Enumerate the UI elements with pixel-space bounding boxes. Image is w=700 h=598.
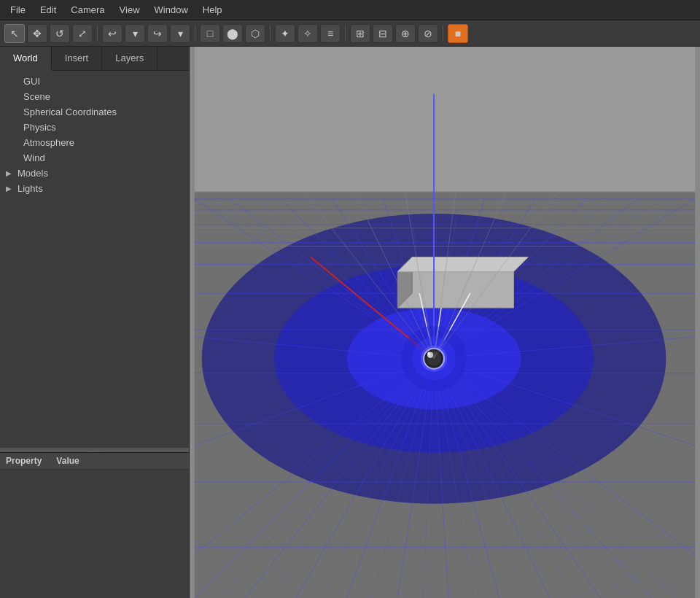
box-btn[interactable]: □ [200, 24, 220, 43]
rotate-tool-btn[interactable]: ↺ [50, 24, 70, 43]
spot-light-btn[interactable]: ≡ [320, 24, 341, 43]
tree-spherical[interactable]: Spherical Coordinates [0, 104, 189, 120]
left-panel: World Insert Layers GUI Scene Spherical … [0, 47, 190, 598]
tree-wind[interactable]: Wind [0, 150, 189, 166]
sep3 [270, 26, 271, 42]
translate-tool-btn[interactable]: ✥ [27, 24, 47, 43]
tree-physics[interactable]: Physics [0, 120, 189, 135]
select-tool-btn[interactable]: ↖ [4, 24, 25, 43]
menubar: File Edit Camera View Window Help [0, 0, 700, 20]
menu-camera[interactable]: Camera [63, 3, 112, 17]
tree-atmosphere[interactable]: Atmosphere [0, 135, 189, 150]
sim-btn[interactable]: ■ [448, 24, 468, 43]
property-col-header: Property [6, 456, 42, 466]
menu-help[interactable]: Help [195, 3, 230, 17]
grid-btn[interactable]: ⊞ [350, 24, 370, 43]
properties-header: Property Value [0, 453, 189, 470]
sphere-btn[interactable]: ⬤ [222, 24, 243, 43]
sep1 [97, 26, 98, 42]
value-col-header: Value [56, 456, 79, 466]
redo-dropdown-btn[interactable]: ▾ [170, 24, 190, 43]
tab-world[interactable]: World [0, 47, 52, 71]
redo-btn[interactable]: ↪ [147, 24, 168, 43]
tree-lights[interactable]: ▶ Lights [0, 181, 189, 196]
tree-panel: GUI Scene Spherical Coordinates Physics … [0, 71, 189, 448]
properties-panel: Property Value [0, 452, 189, 598]
tab-layers[interactable]: Layers [102, 47, 158, 70]
sep5 [443, 26, 443, 42]
sep4 [345, 26, 346, 42]
tab-insert[interactable]: Insert [52, 47, 103, 70]
joints-btn[interactable]: ⊕ [395, 24, 416, 43]
tree-gui[interactable]: GUI [0, 74, 189, 89]
arrow-lights: ▶ [6, 185, 15, 193]
undo-btn[interactable]: ↩ [102, 24, 122, 43]
arrow-models: ▶ [6, 169, 15, 177]
svg-marker-64 [397, 271, 513, 308]
scale-tool-btn[interactable]: ⤢ [72, 24, 93, 43]
menu-file[interactable]: File [3, 3, 33, 17]
tree-scene[interactable]: Scene [0, 89, 189, 104]
undo-dropdown-btn[interactable]: ▾ [125, 24, 145, 43]
cylinder-btn[interactable]: ⬡ [245, 24, 265, 43]
menu-window[interactable]: Window [147, 3, 195, 17]
tab-bar: World Insert Layers [0, 47, 189, 71]
svg-rect-0 [195, 47, 695, 192]
menu-edit[interactable]: Edit [33, 3, 63, 17]
point-light-btn[interactable]: ✦ [275, 24, 295, 43]
toolbar: ↖ ✥ ↺ ⤢ ↩ ▾ ↪ ▾ □ ⬤ ⬡ ✦ ✧ ≡ ⊞ ⊟ ⊕ ⊘ ■ [0, 20, 700, 47]
tree-models[interactable]: ▶ Models [0, 166, 189, 181]
origin-btn[interactable]: ⊟ [373, 24, 393, 43]
contacts-btn[interactable]: ⊘ [418, 24, 438, 43]
sep2 [195, 26, 195, 42]
dir-light-btn[interactable]: ✧ [298, 24, 318, 43]
menu-view[interactable]: View [112, 3, 147, 17]
scene-viewport [190, 47, 700, 598]
viewport[interactable]: ⏸ Real Time Factor: 0.97 Sim Time: 00 00… [190, 47, 700, 598]
